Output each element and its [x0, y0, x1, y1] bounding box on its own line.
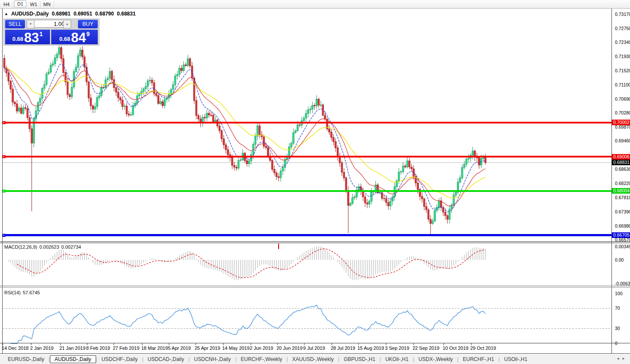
macd-spike-marker: [278, 244, 279, 249]
timeframe-button-H4[interactable]: H4: [0, 1, 13, 8]
date-tick-13: [358, 343, 359, 345]
date-tick-6: [169, 343, 169, 345]
sell-price-prefix: 0.68: [12, 36, 23, 42]
current-price-badge: 0.68831: [612, 160, 630, 165]
buy-button[interactable]: BUY: [78, 20, 98, 28]
tab-XAUUSD-Weekly[interactable]: XAUUSD-,Weekly: [288, 355, 338, 363]
tab-GBPUSD-H1[interactable]: GBPUSD-,H1: [339, 355, 379, 363]
bar-close-value: 0.68831: [117, 11, 135, 17]
ma-mid-red-line: [4, 68, 485, 206]
one-click-panel-toggle-icon[interactable]: ▲: [4, 12, 8, 16]
tab-USDCAD-Daily[interactable]: USDCAD-,Daily: [143, 355, 189, 363]
price-tick-0.68630: 0.68630: [615, 167, 630, 172]
timeframe-toolbar: H4D1W1MN: [0, 0, 630, 9]
price-tick-0.66980: 0.66980: [615, 223, 630, 228]
timeframe-button-MN[interactable]: MN: [40, 1, 54, 8]
splitter-main-macd-2: [0, 243, 630, 243]
date-label-2-Jan-2019: 2 Jan 2019: [30, 345, 53, 351]
splitter-macd-rsi[interactable]: [0, 286, 630, 286]
tab-scroll-right-icon[interactable]: ►: [622, 357, 627, 361]
tab-AUDUSD-Daily[interactable]: AUDUSD-,Daily: [50, 355, 96, 363]
macd-axis-0.00: 0.00: [615, 257, 624, 262]
macd-axis--0.00637: -0.00637: [615, 281, 630, 286]
rsi-axis-100: 100: [615, 291, 623, 296]
resistance-line-0.70002[interactable]: [3, 122, 611, 123]
date-tick-4: [114, 343, 114, 345]
rsi-line: [11, 305, 486, 343]
sell-button[interactable]: SELL: [5, 20, 25, 28]
buy-price-box[interactable]: 0.68 84 9: [51, 30, 98, 44]
resistance-line-0.69006[interactable]: [3, 156, 611, 157]
date-label-27-Feb-2019: 27 Feb 2019: [113, 345, 140, 351]
tab-EURCHF-Weekly[interactable]: EURCHF-,Weekly: [236, 355, 286, 363]
price-tick-0.70280: 0.70280: [615, 110, 630, 115]
tab-USDCNH-Daily[interactable]: USDCNH-,Daily: [190, 355, 235, 363]
volume-decrease-button[interactable]: ▼: [27, 20, 34, 28]
tab-EURCHF-H1[interactable]: EURCHF-,H1: [459, 355, 499, 363]
date-label-10-Oct-2019: 10 Oct 2019: [443, 345, 469, 351]
timeframe-button-D1[interactable]: D1: [14, 0, 26, 7]
buy-price-big: 84: [71, 31, 86, 44]
tab-USDCHF-Daily[interactable]: USDCHF-,Daily: [97, 355, 142, 363]
one-click-trade-panel: SELL ▼ ▲ BUY 0.68 83 1 0.68 84 9: [3, 19, 99, 46]
support-line-0.68004-anchor[interactable]: [3, 189, 6, 192]
chart-tab-bar: EURUSD-,Daily|AUDUSD-,Daily|USDCHF-,Dail…: [0, 354, 630, 364]
rsi-value: 57.6745: [23, 290, 40, 295]
splitter-main-macd[interactable]: [0, 241, 630, 242]
macd-main-value: 0.002623: [39, 244, 59, 250]
volume-input[interactable]: [34, 20, 67, 28]
date-label-3-Sep-2019: 3 Sep 2019: [385, 345, 409, 351]
timeframe-button-W1[interactable]: W1: [27, 1, 40, 8]
candlestick-series: [3, 44, 486, 235]
rsi-axis-70: 70: [615, 305, 620, 311]
date-tick-14: [386, 343, 386, 345]
date-tick-1: [31, 343, 31, 345]
date-tick-8: [223, 343, 223, 345]
bar-low-value: 0.68790: [95, 11, 114, 17]
price-tick-0.71930: 0.71930: [615, 54, 630, 59]
date-label-14-May-2019: 14 May 2019: [222, 345, 250, 351]
macd-histogram: [8, 246, 486, 280]
support-line-0.66705-anchor[interactable]: [3, 234, 6, 237]
sell-price-box[interactable]: 0.68 83 1: [5, 30, 50, 44]
tab-USDX-Weekly[interactable]: USDX-,Weekly: [414, 355, 457, 363]
date-tick-9: [251, 343, 251, 345]
macd-name: MACD(12,26,9): [4, 244, 37, 250]
resistance-line-0.70002-anchor[interactable]: [3, 121, 6, 124]
resistance-line-0.69006-anchor[interactable]: [3, 155, 6, 158]
price-tick-0.70690: 0.70690: [615, 96, 630, 102]
support-green-price-badge: 0.68004: [612, 188, 630, 194]
tab-scroll-arrows: ◄►: [616, 357, 627, 361]
resistance-2-price-badge: 0.69006: [612, 154, 630, 160]
tab-EURUSD-Daily[interactable]: EURUSD-,Daily: [3, 355, 49, 363]
price-tick-0.73170: 0.73170: [615, 12, 630, 17]
splitter-macd-rsi-2: [0, 287, 630, 287]
tab-UKOil-H1[interactable]: UKOil-,H1: [381, 355, 413, 363]
date-tick-0: [3, 343, 3, 345]
date-tick-2: [60, 343, 61, 345]
date-label-15-Aug-2019: 15 Aug 2019: [357, 345, 384, 351]
sell-price-big: 83: [24, 31, 39, 44]
date-label-20-Jun-2019: 20 Jun 2019: [276, 345, 303, 351]
volume-increase-button[interactable]: ▲: [63, 20, 71, 28]
ma-slow-yellow-line: [4, 68, 485, 198]
buy-price-prefix: 0.68: [59, 36, 70, 42]
price-tick-0.67810: 0.67810: [615, 195, 630, 200]
date-label-14-Dec-2018: 14 Dec 2018: [2, 345, 28, 351]
price-tick-0.72340: 0.72340: [615, 40, 630, 45]
price-tick-0.69460: 0.69460: [615, 138, 630, 143]
date-label-25-Apr-2019: 25 Apr 2019: [195, 345, 220, 351]
support-line-0.68004[interactable]: [3, 190, 611, 192]
date-label-5-Apr-2019: 5 Apr 2019: [168, 345, 191, 351]
support-line-0.66705[interactable]: [3, 234, 611, 236]
date-label-9-Jul-2019: 9 Jul 2019: [303, 345, 325, 351]
chart-bottom-border: [0, 353, 630, 354]
support-blue-price-badge: 0.66705: [612, 232, 630, 238]
tab-scroll-left-icon[interactable]: ◄: [616, 357, 622, 361]
date-tick-10: [277, 343, 278, 345]
chart-header: ▲ AUDUSD-,Daily 0.68981 0.69051 0.68790 …: [4, 11, 136, 17]
date-tick-16: [444, 343, 444, 345]
date-tick-3: [87, 343, 87, 345]
tab-USOil-H1[interactable]: USOil-,H1: [500, 355, 532, 363]
price-tick-0.72750: 0.72750: [615, 26, 630, 31]
